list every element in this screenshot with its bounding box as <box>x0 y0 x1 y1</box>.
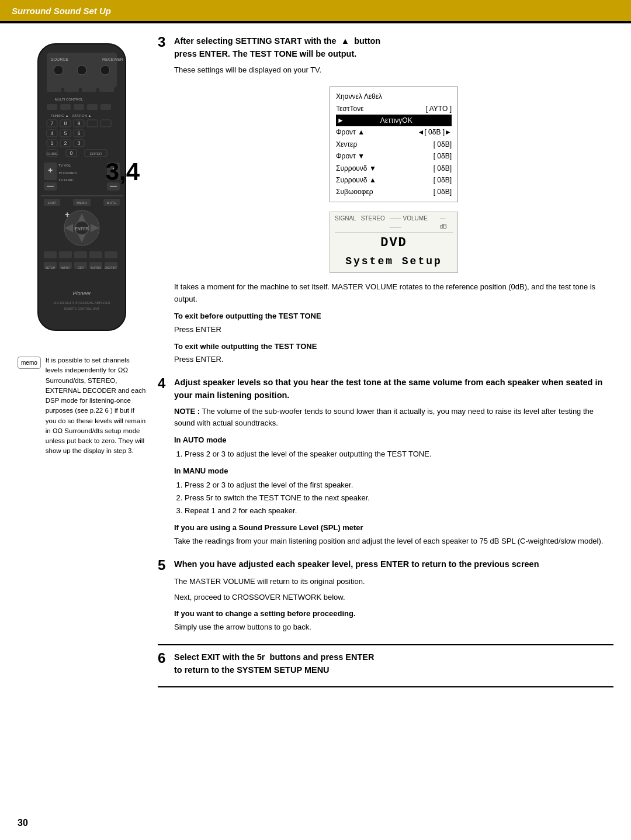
svg-text:REMOTE CONTROL UNIT: REMOTE CONTROL UNIT <box>64 307 99 310</box>
exit-before-label: To exit before outputting the TEST TONE <box>174 310 613 323</box>
svg-text:3: 3 <box>77 140 80 146</box>
list-item: Press 2 or 3 to adjust the level of the … <box>185 448 613 461</box>
manu-mode-list: Press 2 or 3 to adjust the level of the … <box>185 479 613 517</box>
exit-while-text: Press ENTER. <box>174 354 613 366</box>
svg-text:—: — <box>47 182 54 190</box>
left-column: SOURCE RECEIVER MULTI CONTROL <box>18 35 146 687</box>
step5-change-text: Simply use the arrow buttons to go back. <box>174 621 613 634</box>
step6-header: 6 Select EXIT with the 5r buttons and pr… <box>158 651 613 677</box>
auto-mode-list: Press 2 or 3 to adjust the level of the … <box>185 448 613 461</box>
exit-while-label: To exit while outputting the TEST TONE <box>174 341 613 353</box>
exit-before-text: Press ENTER <box>174 324 613 336</box>
memo-text: It is possible to set channels levels in… <box>46 355 146 457</box>
svg-text:SURRO: SURRO <box>91 266 101 269</box>
step4-body: NOTE : The volume of the sub-woofer tend… <box>174 406 613 548</box>
svg-text:2: 2 <box>64 140 67 146</box>
step5-header: 5 When you have adjusted each speaker le… <box>158 558 613 572</box>
step3-body: These settings will be displayed on your… <box>174 64 613 367</box>
svg-rect-13 <box>60 104 71 110</box>
svg-rect-71 <box>44 251 57 258</box>
memo-box: memo It is possible to set channels leve… <box>18 355 146 457</box>
header-title: Surround Sound Set Up <box>12 6 111 16</box>
step3-title: After selecting SETTING START with the ▲… <box>174 35 380 61</box>
memo-icon: memo <box>18 357 41 369</box>
svg-rect-10 <box>99 85 114 92</box>
svg-rect-23 <box>100 120 111 127</box>
svg-text:GUIDE: GUIDE <box>46 152 57 155</box>
svg-rect-74 <box>89 251 102 258</box>
list-item: Press 5r to switch the TEST TONE to the … <box>185 492 613 504</box>
dvd-display: SIGNAL STEREO —— VOLUME —— --- dB DVDSys… <box>330 212 458 274</box>
svg-point-5 <box>77 65 86 75</box>
dvd-main-text: DVDSystem Setup <box>335 234 453 271</box>
tv-row-7: Συρρουνδ ▼ [ 0δΒ] <box>336 163 452 174</box>
step6-number: 6 <box>158 651 169 665</box>
tv-row-4: Φροντ ▲ ◄[ 0δΒ ]► <box>336 126 452 138</box>
svg-text:ENTER: ENTER <box>75 227 89 231</box>
svg-text:EDIT: EDIT <box>48 201 56 205</box>
svg-text:6: 6 <box>77 130 80 136</box>
svg-point-4 <box>54 65 63 75</box>
step5-body1: The MASTER VOLUME will return to its ori… <box>174 576 613 588</box>
svg-text:TV CONTROL: TV CONTROL <box>58 171 77 175</box>
step6-title: Select EXIT with the 5r buttons and pres… <box>174 651 374 677</box>
step5-change-label: If you want to change a setting before p… <box>174 608 613 620</box>
step3-number: 3 <box>158 35 169 49</box>
svg-rect-12 <box>47 104 57 110</box>
tv-row-8: Συρρουνδ ▲ [ 0δΒ] <box>336 174 452 186</box>
tv-display: Χηαννελ Λεθελ ΤεστΤονε [ ΑΥΤΟ ] ► Λεττιν… <box>330 87 458 202</box>
svg-text:4: 4 <box>50 130 53 136</box>
svg-text:DIGITAL MULTI PROCESSING AMPLI: DIGITAL MULTI PROCESSING AMPLIFIER <box>53 301 110 305</box>
svg-text:STATION ▲: STATION ▲ <box>72 114 92 117</box>
svg-rect-15 <box>87 104 98 110</box>
svg-rect-72 <box>59 251 72 258</box>
auto-mode-label: In AUTO mode <box>174 434 613 447</box>
svg-text:7: 7 <box>50 120 53 126</box>
step4-title: Adjust speaker levels so that you hear t… <box>174 376 613 402</box>
svg-rect-9 <box>82 85 96 92</box>
svg-text:TUNING ▲: TUNING ▲ <box>51 114 69 117</box>
step5-block: 5 When you have adjusted each speaker le… <box>158 558 613 634</box>
svg-text:MUTE: MUTE <box>107 201 117 205</box>
svg-text:DIGIT/RF: DIGIT/RF <box>105 266 117 269</box>
right-column: 3 After selecting SETTING START with the… <box>158 35 613 687</box>
spl-text: Take the readings from your main listeni… <box>174 535 613 548</box>
svg-text:9: 9 <box>77 120 80 126</box>
svg-text:8: 8 <box>64 120 67 126</box>
svg-text:INPUT: INPUT <box>61 266 70 269</box>
svg-text:RECEIVER: RECEIVER <box>102 57 123 61</box>
step4-note: NOTE : The volume of the sub-woofer tend… <box>174 406 613 430</box>
page-number: 30 <box>18 818 28 828</box>
svg-text:SETUP: SETUP <box>46 266 56 269</box>
step4-header: 4 Adjust speaker levels so that you hear… <box>158 376 613 402</box>
step5-number: 5 <box>158 558 169 572</box>
header-bar: Surround Sound Set Up <box>0 0 631 21</box>
svg-point-6 <box>100 65 110 75</box>
main-content: SOURCE RECEIVER MULTI CONTROL <box>0 23 631 699</box>
step4-block: 4 Adjust speaker levels so that you hear… <box>158 376 613 548</box>
step3-header: 3 After selecting SETTING START with the… <box>158 35 613 61</box>
step3-subtitle: These settings will be displayed on your… <box>174 64 613 77</box>
tv-row-9: Συβωοοφερ [ 0δΒ] <box>336 186 452 198</box>
svg-text:0: 0 <box>70 150 72 156</box>
svg-text:TV FUNC: TV FUNC <box>58 178 74 182</box>
svg-text:TV VOL: TV VOL <box>58 164 71 167</box>
tv-row-5: Χεντερ [ 0δΒ] <box>336 139 452 150</box>
list-item: Repeat 1 and 2 for each speaker. <box>185 504 613 517</box>
step5-body2: Next, proceed to CROSSOVER NETWORK below… <box>174 592 613 604</box>
remote-control: SOURCE RECEIVER MULTI CONTROL <box>23 41 140 345</box>
spl-label: If you are using a Sound Pressure Level … <box>174 522 613 534</box>
svg-rect-8 <box>64 85 79 92</box>
list-item: Press 2 or 3 to adjust the level of the … <box>185 479 613 492</box>
svg-rect-75 <box>105 251 117 258</box>
svg-text:5: 5 <box>64 130 67 136</box>
svg-text:DSP: DSP <box>78 266 84 269</box>
manu-mode-label: In MANU mode <box>174 465 613 478</box>
tv-display-wrapper: Χηαννελ Λεθελ ΤεστΤονε [ ΑΥΤΟ ] ► Λεττιν… <box>174 81 613 276</box>
svg-text:+: + <box>48 165 53 175</box>
svg-text:MULTI CONTROL: MULTI CONTROL <box>55 98 84 101</box>
svg-text:MENU: MENU <box>77 201 87 205</box>
step5-title: When you have adjusted each speaker leve… <box>174 558 539 571</box>
step3-block: 3 After selecting SETTING START with the… <box>158 35 613 366</box>
tv-row-3-selected: ► ΛεττινγΟΚ <box>336 115 452 126</box>
